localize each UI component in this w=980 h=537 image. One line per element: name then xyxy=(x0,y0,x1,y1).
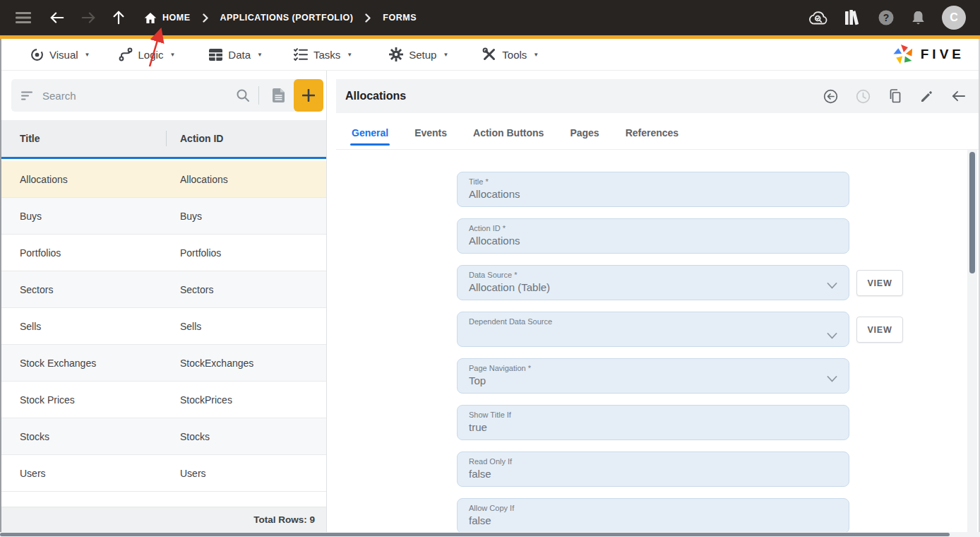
menu-tasks[interactable]: Tasks ▼ xyxy=(294,48,352,61)
arrow-forward-icon[interactable] xyxy=(80,11,96,25)
cell-title: Sectors xyxy=(0,284,166,295)
caret-down-icon: ▼ xyxy=(533,52,539,58)
cell-title: Users xyxy=(0,468,166,479)
menu-icon[interactable] xyxy=(16,12,31,23)
arrow-up-icon[interactable] xyxy=(112,10,126,25)
view-data-source-button[interactable]: VIEW xyxy=(856,270,903,296)
list-item-buys[interactable]: Buys Buys xyxy=(0,198,326,235)
menu-data-label: Data xyxy=(228,49,251,61)
visual-icon xyxy=(30,48,44,61)
menu-tools-label: Tools xyxy=(502,49,527,61)
cell-title: Stock Exchanges xyxy=(0,358,166,369)
forms-list-panel: Title Action ID Allocations Allocations … xyxy=(0,71,327,537)
total-rows-label: Total Rows: 9 xyxy=(253,514,315,525)
tab-events[interactable]: Events xyxy=(414,127,447,149)
cloud-search-icon[interactable] xyxy=(809,11,828,25)
form-detail-panel: Allocations General Events Action Button… xyxy=(328,71,980,537)
list-item-stock-prices[interactable]: Stock Prices StockPrices xyxy=(0,382,326,418)
arrow-back-icon[interactable] xyxy=(49,11,65,25)
menu-data[interactable]: Data ▼ xyxy=(209,49,263,61)
field-read-only-if[interactable]: Read Only If false xyxy=(457,452,849,487)
list-item-portfolios[interactable]: Portfolios Portfolios xyxy=(0,235,326,271)
search-bar xyxy=(11,79,323,112)
copy-icon[interactable] xyxy=(888,88,902,104)
menu-visual[interactable]: Visual ▼ xyxy=(30,48,90,61)
column-header-action-id[interactable]: Action ID xyxy=(167,133,223,144)
history-icon[interactable] xyxy=(856,89,871,104)
detail-tabs: General Events Action Buttons Pages Refe… xyxy=(336,113,980,150)
menu-tools[interactable]: Tools ▼ xyxy=(482,47,539,61)
tab-action-buttons[interactable]: Action Buttons xyxy=(473,127,544,149)
back-arrow-icon[interactable] xyxy=(951,90,966,102)
chevron-right-icon xyxy=(203,13,208,23)
logic-icon xyxy=(119,47,133,61)
list-item-stock-exchanges[interactable]: Stock Exchanges StockExchanges xyxy=(0,345,326,382)
cell-title: Allocations xyxy=(0,174,166,185)
list-item-users[interactable]: Users Users xyxy=(0,455,326,492)
chevron-down-icon[interactable] xyxy=(827,329,837,342)
search-icon[interactable] xyxy=(236,88,250,102)
field-label: Read Only If xyxy=(469,457,837,466)
field-value: Top xyxy=(469,374,837,386)
list-item-allocations[interactable]: Allocations Allocations xyxy=(0,161,326,198)
menu-bar: Visual ▼ Logic ▼ Data ▼ Tasks ▼ Setup ▼ … xyxy=(0,39,980,71)
general-form: Title * Allocations Action ID * Allocati… xyxy=(328,150,980,532)
setup-icon xyxy=(389,47,403,61)
return-icon[interactable] xyxy=(823,89,838,104)
filter-icon[interactable] xyxy=(21,91,34,100)
avatar[interactable]: C xyxy=(942,6,966,30)
list-item-sectors[interactable]: Sectors Sectors xyxy=(0,271,326,308)
menu-logic-label: Logic xyxy=(138,49,164,61)
search-input[interactable] xyxy=(42,90,236,102)
field-dependent-data-source[interactable]: Dependent Data Source xyxy=(457,312,849,347)
view-dependent-data-source-button[interactable]: VIEW xyxy=(856,317,903,343)
field-action-id[interactable]: Action ID * Allocations xyxy=(457,218,849,254)
menu-logic[interactable]: Logic ▼ xyxy=(119,47,176,61)
divider xyxy=(258,86,259,105)
menu-visual-label: Visual xyxy=(49,49,78,61)
breadcrumb-home[interactable]: HOME xyxy=(144,12,191,24)
field-show-title-if[interactable]: Show Title If true xyxy=(457,405,849,440)
column-header-title[interactable]: Title xyxy=(0,133,166,144)
list-item-sells[interactable]: Sells Sells xyxy=(0,308,326,345)
caret-down-icon: ▼ xyxy=(257,52,263,58)
copy-record-icon[interactable] xyxy=(265,82,291,109)
field-label: Page Navigation * xyxy=(469,364,837,372)
cell-title: Stock Prices xyxy=(0,394,166,406)
cell-action-id: Buys xyxy=(166,211,202,222)
tab-general[interactable]: General xyxy=(352,127,388,149)
field-label: Show Title If xyxy=(469,411,837,419)
caret-down-icon: ▼ xyxy=(443,52,448,58)
add-icon[interactable] xyxy=(294,79,323,112)
help-icon[interactable]: ? xyxy=(878,9,895,26)
tab-references[interactable]: References xyxy=(626,127,679,149)
list-item-stocks[interactable]: Stocks Stocks xyxy=(0,418,326,455)
five-logo: FIVE xyxy=(893,44,964,65)
menu-setup[interactable]: Setup ▼ xyxy=(389,47,448,61)
field-page-navigation[interactable]: Page Navigation * Top xyxy=(457,358,849,394)
cell-action-id: StockPrices xyxy=(166,394,232,406)
notifications-icon[interactable] xyxy=(911,10,926,26)
chevron-down-icon[interactable] xyxy=(827,279,837,292)
breadcrumb-applications[interactable]: APPLICATIONS (PORTFOLIO) xyxy=(220,13,354,23)
library-icon[interactable] xyxy=(844,10,861,25)
field-value: Allocation (Table) xyxy=(469,281,837,293)
horizontal-scrollbar[interactable] xyxy=(0,532,980,537)
breadcrumb-forms[interactable]: FORMS xyxy=(383,13,417,23)
vertical-scrollbar-thumb[interactable] xyxy=(969,152,975,273)
edit-icon[interactable] xyxy=(920,90,933,103)
chevron-down-icon[interactable] xyxy=(827,372,837,385)
field-title[interactable]: Title * Allocations xyxy=(457,172,849,207)
caret-down-icon: ▼ xyxy=(347,52,352,58)
cell-action-id: Stocks xyxy=(166,431,210,442)
top-navbar: HOME APPLICATIONS (PORTFOLIO) FORMS ? C xyxy=(0,0,980,39)
horizontal-scrollbar-thumb[interactable] xyxy=(0,533,950,536)
field-label: Allow Copy If xyxy=(469,504,837,512)
field-data-source[interactable]: Data Source * Allocation (Table) xyxy=(457,265,849,300)
field-value: Allocations xyxy=(469,188,837,200)
five-logo-icon xyxy=(893,44,914,65)
tab-pages[interactable]: Pages xyxy=(570,127,599,149)
cell-action-id: Users xyxy=(166,468,206,479)
vertical-scrollbar[interactable] xyxy=(967,150,977,537)
field-allow-copy-if[interactable]: Allow Copy If false xyxy=(457,498,849,532)
